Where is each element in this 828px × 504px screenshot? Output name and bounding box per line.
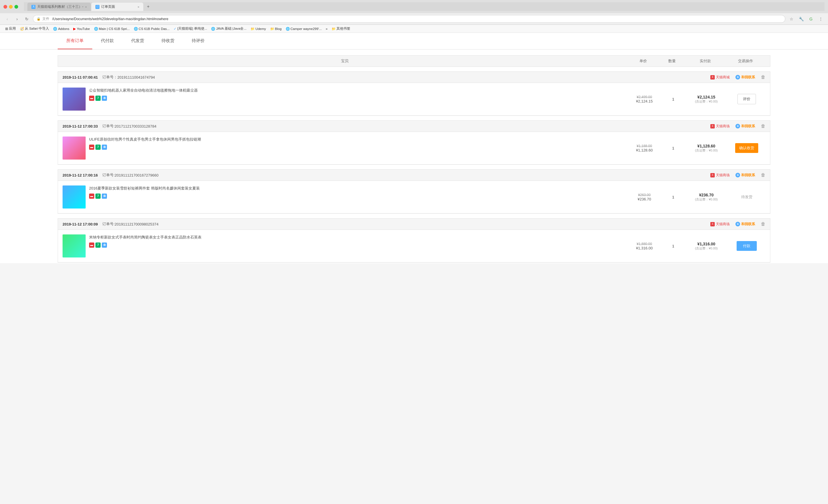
bookmark-java-label: JAVA 基础 |Java全... (216, 27, 247, 31)
order-2-price: ¥1,188.00 ¥1,128.60 (627, 144, 662, 152)
bookmark-udemy-label: Udemy (255, 27, 266, 31)
tag-3-green: 7 (95, 193, 100, 199)
bookmark-apps-label: 应用 (9, 27, 16, 31)
order-4-product-img (63, 234, 86, 258)
contact-1-icon: ① (736, 75, 740, 80)
contact-3-label: 和我联系 (741, 173, 755, 178)
order-3-shipping: (含运费：¥0.00) (685, 197, 728, 201)
bookmark-udemy[interactable]: 📁 Udemy (249, 26, 267, 31)
bookmark-more[interactable]: » (324, 27, 329, 31)
tag-4-green: 7 (95, 242, 100, 248)
browser-window: 天 天猫前端系列教材（三十三）- × 订 订单页面 × + ‹ › ↻ 🔒 文件… (0, 0, 828, 33)
order-4-pay-btn[interactable]: 付款 (737, 241, 757, 251)
order-3-delete[interactable]: 🗑 (761, 173, 765, 178)
bookmark-apps[interactable]: ⊞ 应用 (3, 26, 17, 31)
bookmark-tianmao[interactable]: ✓ [天猫前端] 单纯使... (172, 26, 209, 31)
store-3-icon: 天 (710, 173, 715, 177)
contact-1-label: 和我联系 (741, 75, 755, 80)
forward-button[interactable]: › (13, 15, 21, 23)
tab-1[interactable]: 天 天猫前端系列教材（三十三）- × (28, 3, 91, 11)
tab-pay[interactable]: 代付款 (92, 33, 123, 49)
bookmarks-bar: ⊞ 应用 🧭 从 Safari 中导入 🌐 Addons ▶ YouTube 🌐… (0, 25, 828, 33)
order-4-row: 米纳专柜新款女式手表时尚简约陶瓷表女士手表女表正品防水石英表 ▬ 7 ♻ ¥1,… (58, 230, 770, 262)
star-button[interactable]: ☆ (788, 15, 795, 23)
bookmark-java[interactable]: 🌐 JAVA 基础 |Java全... (209, 26, 248, 31)
blog-icon: 📁 (270, 27, 274, 31)
order-3-price: ¥263.00 ¥236.70 (627, 193, 662, 201)
store-2-icon: 天 (710, 124, 715, 129)
order-1-contact[interactable]: ① 和我联系 (736, 75, 755, 80)
order-1-row: 公众智能扫地机器人家用全自动电动清洁地毯擦拖地一体机吸尘器 ▬ 7 ♻ ¥2,4… (58, 83, 770, 116)
order-2-confirm-btn[interactable]: 确认收货 (735, 143, 758, 153)
order-3-payment: ¥236.70 (含运费：¥0.00) (685, 193, 728, 201)
order-3-product-info: 2016夏季新款女装雪纺衫短裤两件套 韩版时尚名媛休闲套装女夏装 ▬ 7 ♻ (63, 185, 627, 209)
order-2-no-label: 订单号: (102, 124, 115, 129)
tag-3-red: ▬ (89, 193, 94, 199)
store-1-name: 天猫商城 (716, 75, 730, 80)
bookmark-main[interactable]: 🌐 Main | CS 61B Spri... (92, 26, 131, 31)
maximize-button[interactable] (14, 5, 18, 9)
order-3-discount-price: ¥236.70 (627, 197, 662, 201)
tag-3-blue: ♻ (102, 193, 107, 199)
url-bar[interactable]: 🔒 文件 /Users/wayne/Documents/web%20develo… (33, 15, 785, 23)
new-tab-button[interactable]: + (144, 2, 152, 11)
order-3-no-label: 订单号: (102, 173, 115, 178)
traffic-lights (3, 5, 18, 9)
profile-icon[interactable]: G (807, 15, 815, 23)
bookmark-blog[interactable]: 📁 Blog (268, 26, 283, 31)
order-2-delete[interactable]: 🗑 (761, 124, 765, 129)
order-2-contact[interactable]: ① 和我联系 (736, 124, 755, 129)
order-4-delete[interactable]: 🗑 (761, 222, 765, 227)
store-2-name: 天猫商场 (716, 124, 730, 129)
tab-2[interactable]: 订 订单页面 × (91, 3, 143, 11)
bookmark-tianmao-label: [天猫前端] 单纯使... (177, 27, 207, 31)
main-icon: 🌐 (94, 27, 98, 31)
tab-2-favicon: 订 (95, 5, 99, 9)
order-2-date: 2019-11-12 17:00:33 (63, 124, 98, 129)
order-3-product-img (63, 185, 86, 209)
title-bar: 天 天猫前端系列教材（三十三）- × 订 订单页面 × + (0, 0, 828, 13)
contact-4-label: 和我联系 (741, 222, 755, 227)
tab-receive[interactable]: 待收货 (153, 33, 183, 49)
order-3-action-text: 待发货 (741, 195, 752, 199)
back-button[interactable]: ‹ (3, 15, 11, 23)
bookmark-camper[interactable]: 🌐 Camper wayne299'... (284, 26, 324, 31)
order-4-original-price: ¥1,880.00 (627, 242, 662, 246)
extension-icon[interactable]: 🔧 (797, 15, 805, 23)
order-3-product-name: 2016夏季新款女装雪纺衫短裤两件套 韩版时尚名媛休闲套装女夏装 (89, 185, 627, 191)
order-4-payment-amount: ¥1,316.00 (685, 242, 728, 246)
bookmark-youtube[interactable]: ▶ YouTube (72, 26, 91, 31)
bookmark-safari[interactable]: 🧭 从 Safari 中导入 (18, 26, 51, 31)
bookmark-cs61b[interactable]: 🌐 CS 61B Public Das... (132, 26, 171, 31)
header-quantity: 数量 (661, 58, 684, 64)
order-4-product-info: 米纳专柜新款女式手表时尚简约陶瓷表女士手表女表正品防水石英表 ▬ 7 ♻ (63, 234, 627, 258)
order-2-shipping: (含运费：¥0.00) (685, 148, 728, 153)
reload-button[interactable]: ↻ (23, 15, 31, 23)
tab-all-orders[interactable]: 所有订单 (58, 33, 92, 49)
bookmark-cs61b-label: CS 61B Public Das... (139, 27, 169, 31)
more-menu[interactable]: ⋮ (817, 15, 825, 23)
minimize-button[interactable] (9, 5, 13, 9)
contact-2-label: 和我联系 (741, 124, 755, 129)
order-2-product-name: ULIFE原创信封包男个性真皮手包男士手拿包休闲男包手抓包拉链潮 (89, 137, 627, 142)
header-unit-price: 单价 (626, 58, 661, 64)
close-button[interactable] (3, 5, 7, 9)
tab-1-favicon: 天 (32, 5, 36, 9)
order-1-delete[interactable]: 🗑 (761, 75, 765, 80)
order-1-review-btn[interactable]: 评价 (738, 94, 756, 104)
tab-1-close[interactable]: × (85, 5, 87, 9)
tab-2-close[interactable]: × (137, 5, 139, 9)
order-2-store: 天 天猫商场 (710, 124, 730, 129)
tab-review[interactable]: 待评价 (183, 33, 213, 49)
order-3-row: 2016夏季新款女装雪纺衫短裤两件套 韩版时尚名媛休闲套装女夏装 ▬ 7 ♻ ¥… (58, 181, 770, 214)
tab-ship[interactable]: 代发货 (123, 33, 153, 49)
order-3-contact[interactable]: ① 和我联系 (736, 173, 755, 178)
bookmark-other[interactable]: 📁 其他书签 (330, 26, 352, 31)
order-4-action: 付款 (728, 241, 765, 251)
order-4-contact[interactable]: ① 和我联系 (736, 222, 755, 227)
bookmark-addons[interactable]: 🌐 Addons (51, 26, 71, 31)
store-4-name: 天猫商场 (716, 222, 730, 227)
order-tabs: 所有订单 代付款 代发货 待收货 待评价 (0, 33, 828, 50)
order-1-shipping: (含运费：¥0.00) (685, 99, 728, 104)
order-1-product-info: 公众智能扫地机器人家用全自动电动清洁地毯擦拖地一体机吸尘器 ▬ 7 ♻ (63, 88, 627, 110)
